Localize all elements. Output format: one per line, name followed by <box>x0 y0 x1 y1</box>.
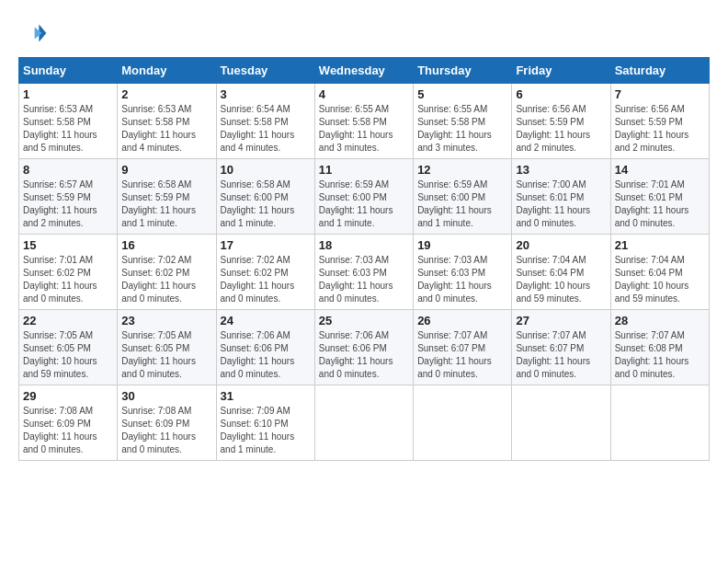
day-info: Sunrise: 7:01 AM Sunset: 6:02 PM Dayligh… <box>23 254 113 305</box>
day-info: Sunrise: 7:09 AM Sunset: 6:10 PM Dayligh… <box>221 405 311 456</box>
calendar-cell: 5 Sunrise: 6:55 AM Sunset: 5:58 PM Dayli… <box>414 84 512 159</box>
day-info: Sunrise: 6:57 AM Sunset: 5:59 PM Dayligh… <box>23 178 113 230</box>
day-info: Sunrise: 7:02 AM Sunset: 6:02 PM Dayligh… <box>121 254 211 305</box>
calendar-cell: 8 Sunrise: 6:57 AM Sunset: 5:59 PM Dayli… <box>19 159 118 235</box>
calendar-cell: 25 Sunrise: 7:06 AM Sunset: 6:06 PM Dayl… <box>314 310 413 385</box>
day-number: 2 <box>121 87 211 101</box>
day-number: 30 <box>121 389 211 403</box>
calendar-cell: 30 Sunrise: 7:08 AM Sunset: 6:09 PM Dayl… <box>118 385 216 461</box>
day-info: Sunrise: 6:54 AM Sunset: 5:58 PM Dayligh… <box>221 103 311 155</box>
day-number: 12 <box>417 163 507 177</box>
day-number: 21 <box>615 238 705 252</box>
calendar-cell: 31 Sunrise: 7:09 AM Sunset: 6:10 PM Dayl… <box>216 385 314 461</box>
day-info: Sunrise: 6:56 AM Sunset: 5:59 PM Dayligh… <box>615 103 705 155</box>
day-of-week-header: Wednesday <box>314 58 413 84</box>
day-number: 16 <box>121 238 211 252</box>
day-of-week-header: Monday <box>118 58 216 84</box>
calendar-cell <box>512 385 610 461</box>
day-number: 1 <box>23 87 113 101</box>
day-of-week-header: Tuesday <box>216 58 314 84</box>
calendar-cell: 14 Sunrise: 7:01 AM Sunset: 6:01 PM Dayl… <box>610 159 709 235</box>
calendar-week-row: 29 Sunrise: 7:08 AM Sunset: 6:09 PM Dayl… <box>19 385 710 461</box>
day-number: 31 <box>221 389 311 403</box>
day-info: Sunrise: 7:08 AM Sunset: 6:09 PM Dayligh… <box>23 405 113 456</box>
day-info: Sunrise: 6:59 AM Sunset: 6:00 PM Dayligh… <box>417 178 507 230</box>
calendar-cell: 18 Sunrise: 7:03 AM Sunset: 6:03 PM Dayl… <box>314 235 413 310</box>
day-info: Sunrise: 7:01 AM Sunset: 6:01 PM Dayligh… <box>615 178 705 230</box>
calendar-cell: 23 Sunrise: 7:05 AM Sunset: 6:05 PM Dayl… <box>118 310 216 385</box>
day-number: 4 <box>319 87 409 101</box>
day-number: 6 <box>516 87 606 101</box>
logo <box>18 18 51 48</box>
calendar-cell <box>314 385 413 461</box>
calendar-week-row: 15 Sunrise: 7:01 AM Sunset: 6:02 PM Dayl… <box>19 235 710 310</box>
day-number: 8 <box>23 163 113 177</box>
day-info: Sunrise: 6:59 AM Sunset: 6:00 PM Dayligh… <box>319 178 409 230</box>
calendar-cell: 21 Sunrise: 7:04 AM Sunset: 6:04 PM Dayl… <box>610 235 709 310</box>
day-number: 5 <box>417 87 507 101</box>
day-info: Sunrise: 6:53 AM Sunset: 5:58 PM Dayligh… <box>121 103 211 155</box>
day-info: Sunrise: 6:56 AM Sunset: 5:59 PM Dayligh… <box>516 103 606 155</box>
calendar-cell: 20 Sunrise: 7:04 AM Sunset: 6:04 PM Dayl… <box>512 235 610 310</box>
day-number: 15 <box>23 238 113 252</box>
calendar-cell: 24 Sunrise: 7:06 AM Sunset: 6:06 PM Dayl… <box>216 310 314 385</box>
calendar-cell: 9 Sunrise: 6:58 AM Sunset: 5:59 PM Dayli… <box>118 159 216 235</box>
day-number: 26 <box>417 314 507 327</box>
day-info: Sunrise: 7:08 AM Sunset: 6:09 PM Dayligh… <box>121 405 211 456</box>
day-number: 25 <box>319 314 409 327</box>
calendar-cell: 3 Sunrise: 6:54 AM Sunset: 5:58 PM Dayli… <box>216 84 314 159</box>
day-info: Sunrise: 6:55 AM Sunset: 5:58 PM Dayligh… <box>319 103 409 155</box>
day-info: Sunrise: 6:53 AM Sunset: 5:58 PM Dayligh… <box>23 103 113 155</box>
calendar-cell: 27 Sunrise: 7:07 AM Sunset: 6:07 PM Dayl… <box>512 310 610 385</box>
day-info: Sunrise: 7:03 AM Sunset: 6:03 PM Dayligh… <box>319 254 409 305</box>
calendar-cell: 11 Sunrise: 6:59 AM Sunset: 6:00 PM Dayl… <box>314 159 413 235</box>
calendar-cell: 15 Sunrise: 7:01 AM Sunset: 6:02 PM Dayl… <box>19 235 118 310</box>
calendar-cell: 29 Sunrise: 7:08 AM Sunset: 6:09 PM Dayl… <box>19 385 118 461</box>
calendar-cell: 13 Sunrise: 7:00 AM Sunset: 6:01 PM Dayl… <box>512 159 610 235</box>
day-info: Sunrise: 7:02 AM Sunset: 6:02 PM Dayligh… <box>221 254 311 305</box>
calendar-cell: 28 Sunrise: 7:07 AM Sunset: 6:08 PM Dayl… <box>610 310 709 385</box>
calendar-cell: 19 Sunrise: 7:03 AM Sunset: 6:03 PM Dayl… <box>414 235 512 310</box>
calendar-cell: 17 Sunrise: 7:02 AM Sunset: 6:02 PM Dayl… <box>216 235 314 310</box>
calendar-cell: 4 Sunrise: 6:55 AM Sunset: 5:58 PM Dayli… <box>314 84 413 159</box>
calendar-week-row: 22 Sunrise: 7:05 AM Sunset: 6:05 PM Dayl… <box>19 310 710 385</box>
calendar-week-row: 1 Sunrise: 6:53 AM Sunset: 5:58 PM Dayli… <box>19 84 710 159</box>
day-number: 10 <box>221 163 311 177</box>
day-info: Sunrise: 7:05 AM Sunset: 6:05 PM Dayligh… <box>121 329 211 381</box>
day-number: 9 <box>121 163 211 177</box>
day-number: 14 <box>615 163 705 177</box>
calendar-cell: 12 Sunrise: 6:59 AM Sunset: 6:00 PM Dayl… <box>414 159 512 235</box>
day-info: Sunrise: 7:07 AM Sunset: 6:08 PM Dayligh… <box>615 329 705 381</box>
day-number: 7 <box>615 87 705 101</box>
day-info: Sunrise: 7:04 AM Sunset: 6:04 PM Dayligh… <box>615 254 705 305</box>
days-header-row: SundayMondayTuesdayWednesdayThursdayFrid… <box>19 58 710 84</box>
day-info: Sunrise: 7:04 AM Sunset: 6:04 PM Dayligh… <box>516 254 606 305</box>
calendar-week-row: 8 Sunrise: 6:57 AM Sunset: 5:59 PM Dayli… <box>19 159 710 235</box>
day-number: 28 <box>615 314 705 327</box>
day-info: Sunrise: 6:55 AM Sunset: 5:58 PM Dayligh… <box>417 103 507 155</box>
calendar-cell: 1 Sunrise: 6:53 AM Sunset: 5:58 PM Dayli… <box>19 84 118 159</box>
day-number: 3 <box>221 87 311 101</box>
day-number: 18 <box>319 238 409 252</box>
day-number: 29 <box>23 389 113 403</box>
day-of-week-header: Sunday <box>19 58 118 84</box>
calendar-cell: 7 Sunrise: 6:56 AM Sunset: 5:59 PM Dayli… <box>610 84 709 159</box>
day-number: 22 <box>23 314 113 327</box>
day-number: 17 <box>221 238 311 252</box>
day-number: 24 <box>221 314 311 327</box>
day-of-week-header: Friday <box>512 58 610 84</box>
calendar-cell: 6 Sunrise: 6:56 AM Sunset: 5:59 PM Dayli… <box>512 84 610 159</box>
day-number: 11 <box>319 163 409 177</box>
day-number: 20 <box>516 238 606 252</box>
day-number: 13 <box>516 163 606 177</box>
calendar-cell <box>610 385 709 461</box>
calendar-cell: 22 Sunrise: 7:05 AM Sunset: 6:05 PM Dayl… <box>19 310 118 385</box>
day-info: Sunrise: 7:06 AM Sunset: 6:06 PM Dayligh… <box>319 329 409 381</box>
day-info: Sunrise: 7:03 AM Sunset: 6:03 PM Dayligh… <box>417 254 507 305</box>
day-info: Sunrise: 7:00 AM Sunset: 6:01 PM Dayligh… <box>516 178 606 230</box>
day-info: Sunrise: 6:58 AM Sunset: 6:00 PM Dayligh… <box>221 178 311 230</box>
calendar-cell <box>414 385 512 461</box>
calendar-cell: 10 Sunrise: 6:58 AM Sunset: 6:00 PM Dayl… <box>216 159 314 235</box>
day-info: Sunrise: 7:07 AM Sunset: 6:07 PM Dayligh… <box>417 329 507 381</box>
calendar-table: SundayMondayTuesdayWednesdayThursdayFrid… <box>18 57 710 461</box>
